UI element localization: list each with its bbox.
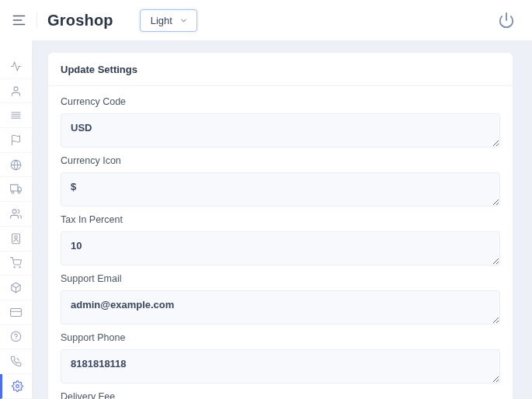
logout-button[interactable] [496,10,516,30]
phone-icon [10,356,22,367]
sidebar-item-settings[interactable] [0,374,32,399]
top-header: Groshop Light [0,0,532,40]
cart-icon [10,257,22,269]
form-field: Support Email [61,273,500,324]
settings-form: Currency CodeCurrency IconTax In Percent… [48,86,513,399]
globe-icon [10,159,22,171]
form-field: Currency Code [61,96,500,147]
sidebar-item-activity[interactable] [0,54,32,79]
field-input-currency-icon[interactable] [61,172,500,206]
field-label: Delivery Fee [61,391,500,399]
sidebar-item-phone[interactable] [0,349,32,374]
theme-selector[interactable]: Light [140,9,197,32]
form-field: Tax In Percent [61,214,500,265]
page-title: Update Settings [61,64,137,75]
settings-card: Update Settings Currency CodeCurrency Ic… [48,53,513,399]
help-icon [10,331,22,342]
field-label: Support Phone [61,332,500,343]
field-label: Currency Icon [61,155,500,166]
users-icon [10,208,22,220]
sidebar-item-list[interactable] [0,103,32,128]
sidebar-item-users[interactable] [0,202,32,227]
field-input-support-email[interactable] [61,290,500,324]
sidebar-item-id-badge[interactable] [0,227,32,252]
sidebar-item-flag[interactable] [0,128,32,153]
field-input-tax-in-percent[interactable] [61,231,500,265]
truck-icon [10,183,22,195]
credit-card-icon [10,307,22,318]
field-input-support-phone[interactable] [61,349,500,383]
id-badge-icon [10,233,22,245]
field-label: Currency Code [61,96,500,107]
sidebar [0,40,33,399]
sidebar-item-package[interactable] [0,276,32,300]
brand-title: Groshop [47,12,113,29]
sidebar-item-credit-card[interactable] [0,300,32,325]
settings-icon [12,380,23,392]
sidebar-item-help[interactable] [0,325,32,350]
list-icon [10,109,22,121]
sidebar-item-user[interactable] [0,79,32,104]
sidebar-item-truck[interactable] [0,177,32,202]
menu-icon [12,14,26,26]
sidebar-item-globe[interactable] [0,153,32,178]
form-field: Delivery Fee [61,391,500,399]
sidebar-toggle-button[interactable] [10,12,28,28]
user-icon [10,85,22,97]
theme-selector-value: Light [151,15,172,26]
field-label: Tax In Percent [61,214,500,225]
header-divider [37,12,37,28]
field-label: Support Email [61,273,500,284]
form-field: Currency Icon [61,155,500,206]
package-icon [10,282,22,293]
main-content: Update Settings Currency CodeCurrency Ic… [33,40,532,399]
form-field: Support Phone [61,332,500,383]
power-icon [498,12,515,29]
chevron-down-icon [179,16,188,25]
flag-icon [10,134,22,146]
sidebar-item-cart[interactable] [0,252,32,276]
activity-icon [10,61,22,72]
card-header: Update Settings [48,53,513,86]
field-input-currency-code[interactable] [61,113,500,147]
